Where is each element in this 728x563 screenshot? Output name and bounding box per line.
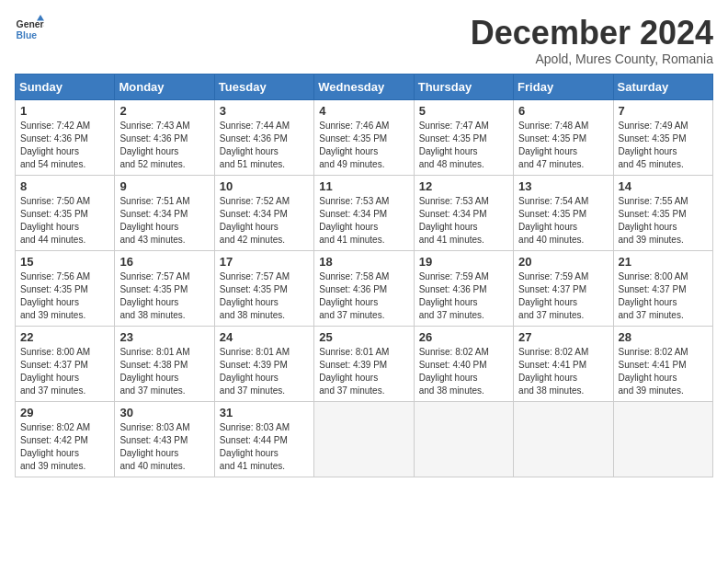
header-sunday: Sunday [16,74,115,99]
logo-icon: General Blue [15,15,44,44]
header-monday: Monday [115,74,214,99]
calendar-day-18: 18Sunrise: 7:58 AMSunset: 4:36 PMDayligh… [314,250,414,326]
calendar-day-11: 11Sunrise: 7:53 AMSunset: 4:34 PMDayligh… [314,175,414,250]
calendar-day-27: 27Sunrise: 8:02 AMSunset: 4:41 PMDayligh… [514,326,613,401]
calendar-day-28: 28Sunrise: 8:02 AMSunset: 4:41 PMDayligh… [613,326,712,401]
svg-marker-2 [37,15,44,20]
calendar-day-9: 9Sunrise: 7:51 AMSunset: 4:34 PMDaylight… [115,175,214,250]
calendar-day-24: 24Sunrise: 8:01 AMSunset: 4:39 PMDayligh… [214,326,313,401]
logo: General Blue [15,15,44,44]
header-saturday: Saturday [613,74,712,99]
svg-text:Blue: Blue [17,30,38,40]
calendar-day-15: 15Sunrise: 7:56 AMSunset: 4:35 PMDayligh… [16,250,115,326]
calendar-day-21: 21Sunrise: 8:00 AMSunset: 4:37 PMDayligh… [613,250,712,326]
calendar-day-empty [613,401,712,477]
calendar-day-empty [514,401,613,477]
calendar-day-3: 3Sunrise: 7:44 AMSunset: 4:36 PMDaylight… [214,99,313,175]
header-thursday: Thursday [414,74,513,99]
month-title: December 2024 [471,15,713,52]
calendar-day-13: 13Sunrise: 7:54 AMSunset: 4:35 PMDayligh… [514,175,613,250]
calendar-day-26: 26Sunrise: 8:02 AMSunset: 4:40 PMDayligh… [414,326,513,401]
calendar-day-20: 20Sunrise: 7:59 AMSunset: 4:37 PMDayligh… [514,250,613,326]
calendar-day-25: 25Sunrise: 8:01 AMSunset: 4:39 PMDayligh… [314,326,414,401]
calendar-day-23: 23Sunrise: 8:01 AMSunset: 4:38 PMDayligh… [115,326,214,401]
calendar-day-8: 8Sunrise: 7:50 AMSunset: 4:35 PMDaylight… [16,175,115,250]
calendar-day-6: 6Sunrise: 7:48 AMSunset: 4:35 PMDaylight… [514,99,613,175]
calendar-day-4: 4Sunrise: 7:46 AMSunset: 4:35 PMDaylight… [314,99,414,175]
header-friday: Friday [514,74,613,99]
page-header: General Blue December 2024 Apold, Mures … [15,15,713,66]
svg-text:General: General [17,19,44,29]
calendar-day-2: 2Sunrise: 7:43 AMSunset: 4:36 PMDaylight… [115,99,214,175]
title-block: December 2024 Apold, Mures County, Roman… [471,15,713,66]
calendar-day-19: 19Sunrise: 7:59 AMSunset: 4:36 PMDayligh… [414,250,513,326]
calendar-day-31: 31Sunrise: 8:03 AMSunset: 4:44 PMDayligh… [214,401,313,477]
calendar-day-12: 12Sunrise: 7:53 AMSunset: 4:34 PMDayligh… [414,175,513,250]
header-wednesday: Wednesday [314,74,414,99]
header-row: Sunday Monday Tuesday Wednesday Thursday… [16,74,713,99]
header-tuesday: Tuesday [214,74,313,99]
calendar-day-14: 14Sunrise: 7:55 AMSunset: 4:35 PMDayligh… [613,175,712,250]
calendar-day-10: 10Sunrise: 7:52 AMSunset: 4:34 PMDayligh… [214,175,313,250]
calendar-day-17: 17Sunrise: 7:57 AMSunset: 4:35 PMDayligh… [214,250,313,326]
calendar-table: Sunday Monday Tuesday Wednesday Thursday… [15,74,713,477]
calendar-day-30: 30Sunrise: 8:03 AMSunset: 4:43 PMDayligh… [115,401,214,477]
calendar-day-22: 22Sunrise: 8:00 AMSunset: 4:37 PMDayligh… [16,326,115,401]
calendar-day-empty [414,401,513,477]
location: Apold, Mures County, Romania [471,52,713,66]
calendar-day-7: 7Sunrise: 7:49 AMSunset: 4:35 PMDaylight… [613,99,712,175]
calendar-day-1: 1Sunrise: 7:42 AMSunset: 4:36 PMDaylight… [16,99,115,175]
calendar-day-empty [314,401,414,477]
calendar-day-5: 5Sunrise: 7:47 AMSunset: 4:35 PMDaylight… [414,99,513,175]
calendar-day-29: 29Sunrise: 8:02 AMSunset: 4:42 PMDayligh… [16,401,115,477]
calendar-day-16: 16Sunrise: 7:57 AMSunset: 4:35 PMDayligh… [115,250,214,326]
